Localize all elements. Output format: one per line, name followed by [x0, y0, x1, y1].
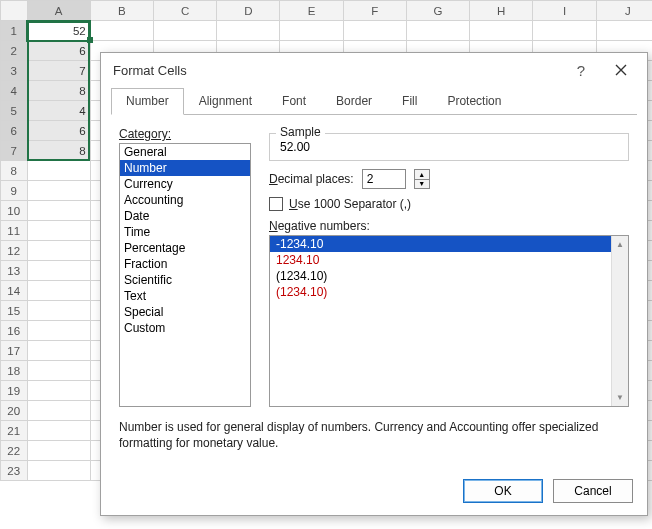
scroll-down-icon[interactable]: ▼ [612, 389, 628, 406]
cell[interactable] [27, 181, 90, 201]
cell[interactable] [533, 21, 596, 41]
row-header[interactable]: 4 [1, 81, 28, 101]
scrollbar[interactable]: ▲ ▼ [611, 236, 628, 406]
cell[interactable] [27, 441, 90, 461]
row-header[interactable]: 22 [1, 441, 28, 461]
cell[interactable] [153, 21, 216, 41]
negative-format-item[interactable]: (1234.10) [270, 284, 628, 300]
decimal-places-input[interactable] [362, 169, 406, 189]
category-item[interactable]: Number [120, 160, 250, 176]
cell[interactable] [27, 221, 90, 241]
negative-format-item[interactable]: -1234.10 [270, 236, 628, 252]
column-header[interactable]: E [280, 1, 343, 21]
scroll-up-icon[interactable]: ▲ [612, 236, 628, 253]
column-header[interactable]: I [533, 1, 596, 21]
row-header[interactable]: 10 [1, 201, 28, 221]
tab-border[interactable]: Border [321, 88, 387, 115]
category-item[interactable]: General [120, 144, 250, 160]
titlebar[interactable]: Format Cells ? [101, 53, 647, 87]
category-item[interactable]: Fraction [120, 256, 250, 272]
cell[interactable] [470, 21, 533, 41]
category-item[interactable]: Date [120, 208, 250, 224]
cell[interactable] [27, 381, 90, 401]
row-header[interactable]: 12 [1, 241, 28, 261]
column-header[interactable]: C [153, 1, 216, 21]
cell[interactable] [27, 461, 90, 481]
cell[interactable]: 8 [27, 81, 90, 101]
row-header[interactable]: 8 [1, 161, 28, 181]
category-listbox[interactable]: GeneralNumberCurrencyAccountingDateTimeP… [119, 143, 251, 407]
row-header[interactable]: 14 [1, 281, 28, 301]
row-header[interactable]: 17 [1, 341, 28, 361]
cell[interactable]: 4 [27, 101, 90, 121]
cell[interactable] [27, 281, 90, 301]
tab-protection[interactable]: Protection [432, 88, 516, 115]
decimal-places-spinner[interactable]: ▲ ▼ [414, 169, 430, 189]
cell[interactable] [343, 21, 406, 41]
row-header[interactable]: 7 [1, 141, 28, 161]
cell[interactable] [27, 161, 90, 181]
category-item[interactable]: Currency [120, 176, 250, 192]
cancel-button[interactable]: Cancel [553, 479, 633, 503]
cell[interactable]: 52 [27, 21, 90, 41]
tab-fill[interactable]: Fill [387, 88, 432, 115]
cell[interactable] [217, 21, 280, 41]
row-header[interactable]: 5 [1, 101, 28, 121]
select-all-corner[interactable] [1, 1, 28, 21]
cell[interactable] [27, 261, 90, 281]
negative-format-item[interactable]: 1234.10 [270, 252, 628, 268]
row-header[interactable]: 1 [1, 21, 28, 41]
category-item[interactable]: Scientific [120, 272, 250, 288]
tab-alignment[interactable]: Alignment [184, 88, 267, 115]
thousand-separator-checkbox[interactable]: Use 1000 Separator (,) [269, 197, 629, 211]
row-header[interactable]: 21 [1, 421, 28, 441]
row-header[interactable]: 9 [1, 181, 28, 201]
cell[interactable] [596, 21, 652, 41]
cell[interactable]: 7 [27, 61, 90, 81]
column-header[interactable]: G [406, 1, 469, 21]
cell[interactable] [280, 21, 343, 41]
row-header[interactable]: 11 [1, 221, 28, 241]
cell[interactable] [27, 201, 90, 221]
column-header[interactable]: H [470, 1, 533, 21]
row-header[interactable]: 13 [1, 261, 28, 281]
cell[interactable]: 8 [27, 141, 90, 161]
help-button[interactable]: ? [561, 56, 601, 84]
negative-format-item[interactable]: (1234.10) [270, 268, 628, 284]
cell[interactable] [27, 341, 90, 361]
category-item[interactable]: Text [120, 288, 250, 304]
category-item[interactable]: Time [120, 224, 250, 240]
cell[interactable] [27, 241, 90, 261]
row-header[interactable]: 19 [1, 381, 28, 401]
negative-numbers-listbox[interactable]: -1234.101234.10(1234.10)(1234.10) ▲ ▼ [269, 235, 629, 407]
cell[interactable]: 6 [27, 121, 90, 141]
column-header[interactable]: F [343, 1, 406, 21]
cell[interactable] [27, 301, 90, 321]
category-item[interactable]: Percentage [120, 240, 250, 256]
category-item[interactable]: Custom [120, 320, 250, 336]
spinner-down-icon[interactable]: ▼ [415, 180, 429, 189]
cell[interactable] [27, 361, 90, 381]
close-button[interactable] [601, 56, 641, 84]
category-item[interactable]: Special [120, 304, 250, 320]
cell[interactable] [27, 321, 90, 341]
cell[interactable] [90, 21, 153, 41]
column-header[interactable]: D [217, 1, 280, 21]
spinner-up-icon[interactable]: ▲ [415, 170, 429, 180]
row-header[interactable]: 20 [1, 401, 28, 421]
tab-font[interactable]: Font [267, 88, 321, 115]
row-header[interactable]: 23 [1, 461, 28, 481]
row-header[interactable]: 3 [1, 61, 28, 81]
column-header[interactable]: B [90, 1, 153, 21]
column-header[interactable]: J [596, 1, 652, 21]
row-header[interactable]: 18 [1, 361, 28, 381]
cell[interactable] [27, 401, 90, 421]
row-header[interactable]: 2 [1, 41, 28, 61]
cell[interactable] [27, 421, 90, 441]
column-header[interactable]: A [27, 1, 90, 21]
tab-number[interactable]: Number [111, 88, 184, 115]
row-header[interactable]: 16 [1, 321, 28, 341]
ok-button[interactable]: OK [463, 479, 543, 503]
cell[interactable] [406, 21, 469, 41]
row-header[interactable]: 15 [1, 301, 28, 321]
